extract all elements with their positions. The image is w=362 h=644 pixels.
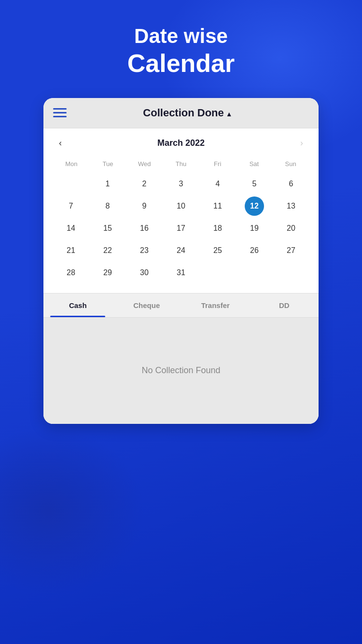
weekday-mon: Mon xyxy=(53,158,90,169)
empty-state-message: No Collection Found xyxy=(122,346,239,395)
day-cell-selected[interactable]: 12 xyxy=(245,196,264,216)
hamburger-menu-button[interactable] xyxy=(53,108,67,117)
day-cell[interactable]: 30 xyxy=(135,263,154,282)
day-cell[interactable]: 6 xyxy=(281,174,301,194)
header-line1: Date wise xyxy=(127,24,235,48)
day-cell[interactable]: 28 xyxy=(61,263,81,282)
weekday-sat: Sat xyxy=(236,158,273,169)
day-cell[interactable]: 22 xyxy=(98,241,117,260)
tab-transfer[interactable]: Transfer xyxy=(181,294,250,317)
day-cell[interactable]: 23 xyxy=(135,241,154,260)
next-month-button[interactable]: › xyxy=(294,136,309,151)
day-cell[interactable]: 4 xyxy=(208,174,227,194)
day-cell[interactable]: 24 xyxy=(171,241,191,260)
day-cell[interactable]: 7 xyxy=(61,196,81,216)
day-cell[interactable]: 19 xyxy=(245,219,264,238)
day-cell[interactable]: 20 xyxy=(281,219,301,238)
weekday-tue: Tue xyxy=(90,158,126,169)
day-cell[interactable]: 1 xyxy=(98,174,117,194)
weekdays-row: Mon Tue Wed Thu Fri Sat Sun xyxy=(53,158,309,169)
day-cell[interactable]: 17 xyxy=(171,219,191,238)
weekday-thu: Thu xyxy=(163,158,199,169)
day-cell[interactable]: 5 xyxy=(245,174,264,194)
day-cell[interactable]: 26 xyxy=(245,241,264,260)
page-header: Date wise Calendar xyxy=(127,24,235,79)
dropdown-caret-icon[interactable]: ▲ xyxy=(226,110,233,118)
day-cell[interactable]: 10 xyxy=(171,196,191,216)
day-cell xyxy=(245,263,264,282)
day-cell[interactable]: 8 xyxy=(98,196,117,216)
title-area: Collection Done▲ xyxy=(67,107,309,119)
tab-dd[interactable]: DD xyxy=(250,294,319,317)
tab-cash[interactable]: Cash xyxy=(43,294,112,317)
prev-month-button[interactable]: ‹ xyxy=(53,136,68,151)
content-wrapper: Date wise Calendar Collection Done▲ ‹ Ma… xyxy=(0,0,362,644)
day-cell[interactable]: 2 xyxy=(135,174,154,194)
header-line2: Calendar xyxy=(127,48,235,78)
day-cell[interactable]: 18 xyxy=(208,219,227,238)
card-title: Collection Done xyxy=(143,107,223,119)
day-cell[interactable]: 27 xyxy=(281,241,301,260)
day-cell[interactable]: 11 xyxy=(208,196,227,216)
day-cell[interactable]: 29 xyxy=(98,263,117,282)
day-cell[interactable]: 14 xyxy=(61,219,81,238)
card-header: Collection Done▲ xyxy=(43,98,319,128)
day-cell[interactable]: 21 xyxy=(61,241,81,260)
weekday-wed: Wed xyxy=(126,158,163,169)
day-cell xyxy=(281,263,301,282)
tab-content-area: No Collection Found xyxy=(43,318,319,424)
weekday-fri: Fri xyxy=(199,158,236,169)
calendar-section: ‹ March 2022 › Mon Tue Wed Thu Fri Sat S… xyxy=(43,128,319,293)
tab-cheque[interactable]: Cheque xyxy=(112,294,181,317)
weekday-sun: Sun xyxy=(272,158,309,169)
tabs-section: Cash Cheque Transfer DD No Collection Fo… xyxy=(43,293,319,424)
tabs-row: Cash Cheque Transfer DD xyxy=(43,294,319,318)
main-card: Collection Done▲ ‹ March 2022 › Mon Tue … xyxy=(43,98,319,424)
day-cell[interactable]: 15 xyxy=(98,219,117,238)
day-cell[interactable]: 25 xyxy=(208,241,227,260)
days-grid: 1 2 3 4 5 6 7 8 9 10 11 12 13 14 15 16 1… xyxy=(53,173,309,283)
day-cell[interactable]: 13 xyxy=(281,196,301,216)
day-cell[interactable]: 9 xyxy=(135,196,154,216)
day-cell xyxy=(208,263,227,282)
day-cell[interactable]: 31 xyxy=(171,263,191,282)
month-label: March 2022 xyxy=(157,138,205,148)
day-cell[interactable]: 3 xyxy=(171,174,191,194)
day-cell xyxy=(61,174,81,194)
day-cell[interactable]: 16 xyxy=(135,219,154,238)
month-navigation: ‹ March 2022 › xyxy=(53,136,309,151)
